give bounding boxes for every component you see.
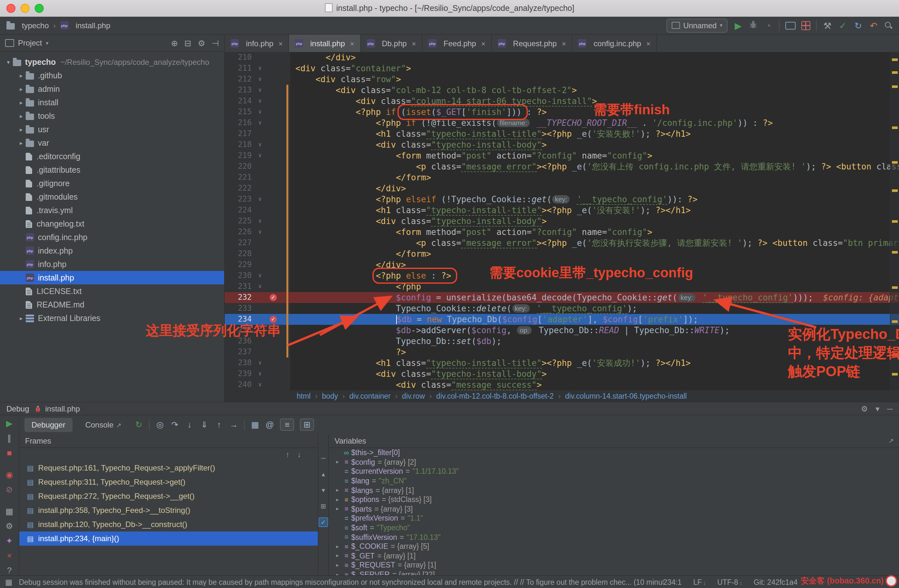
code-text[interactable]: $config = unserialize(base64_decode(Type… — [290, 292, 899, 303]
breakpoint-area[interactable] — [266, 369, 283, 380]
mute-breakpoints-icon[interactable]: ⊘ — [6, 485, 13, 494]
tree-item-info-php[interactable]: phpinfo.php — [0, 258, 224, 271]
breakpoint-area[interactable] — [266, 281, 283, 292]
warning-stripe-mark[interactable] — [892, 85, 898, 88]
code-text[interactable]: <p class="message error"><?php _e('您没有执行… — [290, 238, 899, 248]
move-up-icon[interactable]: ▴ — [318, 469, 328, 479]
settings-gear-icon[interactable]: ⚙ — [5, 522, 13, 531]
code-line-231[interactable]: 231∨ <?php — [225, 281, 899, 292]
code-text[interactable]: ?> — [290, 347, 899, 358]
editor-tab-feed-php[interactable]: phpFeed.php× — [423, 35, 492, 52]
variable-prefixversion[interactable]: =$prefixVersion = "1.1" — [329, 514, 899, 523]
step-out-icon[interactable]: ↑ — [215, 420, 224, 429]
warning-stripe-mark[interactable] — [892, 354, 898, 356]
code-text[interactable]: Typecho_Db::set($db); — [290, 336, 899, 347]
tree-item-editorconfig[interactable]: .editorconfig — [0, 150, 224, 163]
locate-file-icon[interactable]: ⊕ — [171, 38, 178, 48]
close-session-icon[interactable]: × — [7, 551, 12, 560]
breakpoint-area[interactable] — [266, 248, 283, 259]
code-text[interactable]: $db->addServer($config, op: Typecho_Db::… — [290, 325, 899, 336]
breakpoint-area[interactable] — [266, 96, 283, 106]
tool-window-switcher-icon[interactable]: ▦ — [5, 577, 12, 586]
editor-tab-info-php[interactable]: phpinfo.php× — [225, 35, 289, 52]
fold-marker[interactable]: ∨ — [254, 281, 266, 292]
code-text[interactable]: <div class="typecho-install-body"> — [290, 216, 899, 227]
code-text[interactable]: <?php if (isset($_GET['finish'])) : ?> — [290, 106, 899, 117]
code-line-212[interactable]: 212∨ <div class="row"> — [225, 74, 899, 85]
breakpoint-area[interactable] — [266, 74, 283, 85]
show-values-inline-icon[interactable]: ≡ — [280, 418, 294, 431]
breakpoint-area[interactable] — [266, 336, 283, 347]
search-everywhere-icon[interactable] — [884, 21, 893, 29]
warning-stripe-mark[interactable] — [892, 320, 898, 323]
code-line-214[interactable]: 214∨ <div class="column-14 start-06 type… — [225, 96, 899, 106]
tab-close-icon[interactable]: × — [481, 40, 485, 47]
expand-arrow-icon[interactable]: ▸ — [333, 572, 341, 575]
fold-marker[interactable]: ∨ — [254, 117, 266, 128]
chevron-icon[interactable]: ▸ — [17, 315, 26, 321]
move-down-icon[interactable]: ▾ — [318, 485, 328, 495]
run-to-cursor-icon[interactable]: → — [229, 420, 238, 429]
code-line-222[interactable]: 222 </div> — [225, 183, 899, 194]
warning-stripe-mark[interactable] — [892, 373, 898, 375]
code-line-236[interactable]: 236 Typecho_Db::set($db); — [225, 336, 899, 347]
code-text[interactable]: <h1 class="typecho-install-title"><?php … — [290, 128, 899, 139]
code-line-229[interactable]: 229 </div> — [225, 259, 899, 270]
tree-item-travis-yml[interactable]: .travis.yml — [0, 204, 224, 217]
tab-close-icon[interactable]: × — [646, 40, 650, 47]
tab-debugger[interactable]: Debugger — [25, 418, 72, 432]
hide-panel-icon[interactable]: ⊣ — [212, 38, 219, 48]
copy-stack-icon[interactable]: ⊞ — [318, 502, 328, 511]
code-text[interactable]: <h1 class="typecho-install-title"><?php … — [290, 358, 899, 369]
code-text[interactable]: <div class="typecho-install-body"> — [290, 369, 899, 380]
chevron-down-icon[interactable]: ▾ — [46, 40, 48, 46]
code-line-213[interactable]: 213∨ <div class="col-mb-12 col-tb-8 col-… — [225, 85, 899, 96]
show-libraries-toggle[interactable]: ✓ — [318, 517, 328, 527]
code-text[interactable]: Typecho_Cookie::delete(key: '__typecho_c… — [290, 303, 899, 314]
chevron-icon[interactable]: ▾ — [4, 59, 13, 65]
code-text[interactable]: <h1 class="typecho-install-title"><?php … — [290, 205, 899, 216]
breakpoint-area[interactable] — [266, 358, 283, 369]
build-icon[interactable]: ⚒ — [823, 21, 832, 30]
breakpoint-area[interactable] — [266, 150, 283, 161]
variable-suffixversion[interactable]: =$suffixVersion = "17.10.13" — [329, 532, 899, 542]
tree-item-var[interactable]: ▸var — [0, 136, 224, 150]
warning-stripe-mark[interactable] — [892, 251, 898, 253]
breakpoint-area[interactable] — [266, 85, 283, 96]
variable-cookie[interactable]: ▸≡$_COOKIE = {array} [5] — [329, 542, 899, 551]
warning-stripe-mark[interactable] — [892, 71, 898, 74]
editor-tab-install-php[interactable]: phpinstall.php× — [289, 35, 361, 52]
breakpoint-area[interactable] — [266, 161, 283, 172]
vcs-update-icon[interactable]: ↻ — [853, 21, 863, 30]
breakpoint-area[interactable] — [266, 303, 283, 314]
breakpoint-area[interactable] — [266, 194, 283, 205]
breakpoint-icon[interactable]: ✓ — [270, 294, 277, 301]
code-line-232[interactable]: 232✓ $config = unserialize(base64_decode… — [225, 292, 899, 303]
editor-tab-db-php[interactable]: phpDb.php× — [361, 35, 422, 52]
chevron-icon[interactable]: ▸ — [17, 99, 26, 106]
frame-item-5[interactable]: ▤install.php:234, {main}() — [19, 531, 318, 546]
breakpoint-area[interactable] — [266, 259, 283, 270]
variable-soft[interactable]: =$soft = "Typecho" — [329, 523, 899, 532]
frame-item-3[interactable]: ▤install.php:358, Typecho_Feed->__toStri… — [19, 503, 318, 517]
debug-session-tab[interactable]: install.php — [34, 404, 80, 413]
line-separator-widget[interactable]: LF↕ — [693, 578, 706, 586]
tree-item-install-php[interactable]: phpinstall.php — [0, 271, 224, 284]
fold-marker[interactable]: ∨ — [254, 227, 266, 238]
tab-close-icon[interactable]: × — [350, 40, 354, 47]
code-text[interactable]: <?php — [290, 281, 899, 292]
fold-marker[interactable]: ∨ — [254, 106, 266, 117]
expand-arrow-icon[interactable]: ▸ — [333, 497, 341, 503]
chevron-icon[interactable]: ▸ — [17, 86, 26, 92]
code-line-237[interactable]: 237 ?> — [225, 347, 899, 358]
breakpoint-area[interactable]: ✓ — [266, 292, 283, 303]
pause-button[interactable]: ∥ — [8, 434, 12, 443]
code-text[interactable]: <div class="container"> — [290, 63, 899, 74]
code-line-234[interactable]: 234✓ $db = new Typecho_Db($config['adapt… — [225, 314, 899, 325]
view-options-icon[interactable]: ▦ — [250, 420, 260, 429]
breadcrumb-item[interactable]: html — [297, 392, 310, 400]
settings-gear-icon[interactable]: ⚙ — [861, 404, 868, 413]
code-text[interactable]: $db = new Typecho_Db($config['adapter'],… — [290, 314, 899, 325]
code-line-226[interactable]: 226∨ <form method="post" action="?config… — [225, 227, 899, 238]
breadcrumb-item[interactable]: div.container — [349, 392, 391, 400]
